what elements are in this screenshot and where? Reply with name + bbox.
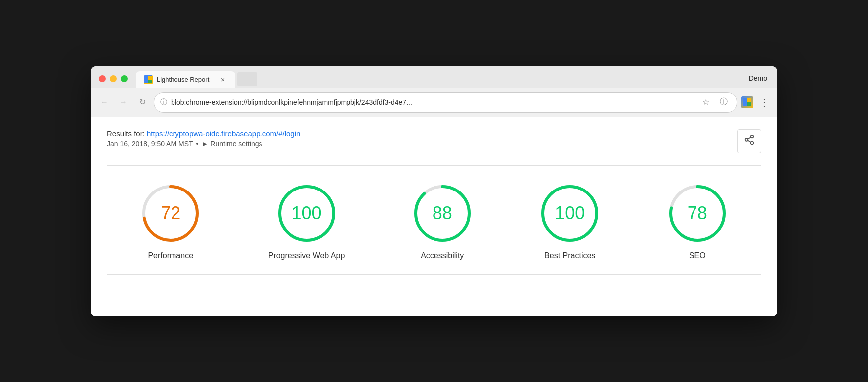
score-item-best-practices[interactable]: 100 Best Practices: [540, 184, 600, 260]
score-item-pwa[interactable]: 100 Progressive Web App: [268, 184, 345, 260]
browser-window: Lighthouse Report × Demo ← → ↻ ⓘ ☆ ⓘ: [91, 66, 777, 316]
bookmark-button[interactable]: ☆: [699, 96, 713, 109]
new-tab-area: [237, 72, 257, 86]
score-label-seo: SEO: [689, 251, 706, 260]
score-item-performance[interactable]: 72 Performance: [141, 184, 200, 260]
address-bar: ⓘ ☆ ⓘ: [154, 92, 737, 113]
back-button[interactable]: ←: [97, 95, 112, 110]
score-circle-seo: 78: [668, 184, 727, 243]
scores-section: 72 Performance 100 Progressive Web App: [107, 174, 761, 270]
svg-rect-2: [148, 80, 152, 83]
score-circle-accessibility: 88: [413, 184, 472, 243]
runtime-settings-button[interactable]: ► Runtime settings: [201, 140, 262, 148]
minimize-window-button[interactable]: [110, 75, 117, 82]
timestamp: Jan 16, 2018, 9:50 AM MST: [107, 140, 193, 148]
results-for-line: Results for: https://cryptopwa-oidc.fire…: [107, 129, 300, 138]
score-label-performance: Performance: [148, 251, 193, 260]
separator: •: [196, 140, 199, 148]
svg-rect-5: [747, 102, 751, 106]
info-circle-icon: ⓘ: [720, 97, 728, 107]
browser-menu-button[interactable]: ⋮: [757, 96, 771, 109]
svg-rect-1: [148, 76, 152, 80]
svg-rect-3: [743, 98, 747, 106]
score-label-pwa: Progressive Web App: [268, 251, 345, 260]
maximize-window-button[interactable]: [121, 75, 128, 82]
results-for-label: Results for:: [107, 129, 145, 138]
svg-line-9: [748, 140, 751, 142]
score-number-accessibility: 88: [433, 203, 452, 224]
svg-rect-0: [145, 76, 148, 83]
browser-tab[interactable]: Lighthouse Report ×: [136, 71, 235, 88]
score-number-pwa: 100: [291, 203, 321, 224]
share-icon: [744, 134, 755, 148]
play-icon: ►: [201, 140, 208, 148]
svg-line-10: [748, 137, 751, 139]
score-circle-performance: 72: [141, 184, 200, 243]
forward-button[interactable]: →: [116, 95, 131, 110]
score-item-accessibility[interactable]: 88 Accessibility: [413, 184, 472, 260]
nav-bar: ← → ↻ ⓘ ☆ ⓘ ⋮: [91, 88, 777, 117]
security-icon: ⓘ: [160, 98, 167, 107]
results-info: Results for: https://cryptopwa-oidc.fire…: [107, 129, 300, 148]
share-button[interactable]: [737, 129, 761, 153]
page-info-button[interactable]: ⓘ: [717, 96, 731, 109]
close-window-button[interactable]: [99, 75, 106, 82]
tab-title: Lighthouse Report: [157, 76, 214, 83]
score-circle-best-practices: 100: [540, 184, 600, 243]
bottom-divider: [107, 274, 761, 275]
score-number-best-practices: 100: [555, 203, 585, 224]
results-header: Results for: https://cryptopwa-oidc.fire…: [107, 129, 761, 153]
score-circle-pwa: 100: [277, 184, 337, 243]
lighthouse-extension-icon[interactable]: [741, 96, 753, 108]
score-number-performance: 72: [161, 203, 180, 224]
score-label-best-practices: Best Practices: [544, 251, 595, 260]
results-meta: Jan 16, 2018, 9:50 AM MST • ► Runtime se…: [107, 140, 300, 148]
svg-rect-4: [747, 98, 751, 102]
forward-icon: →: [119, 98, 127, 107]
score-label-accessibility: Accessibility: [421, 251, 464, 260]
back-icon: ←: [100, 98, 108, 107]
window-controls: [99, 75, 128, 88]
score-number-seo: 78: [688, 203, 707, 224]
address-input[interactable]: [171, 98, 695, 106]
tab-close-button[interactable]: ×: [218, 75, 227, 84]
title-bar: Lighthouse Report × Demo: [91, 66, 777, 88]
tab-favicon: [144, 75, 153, 84]
runtime-settings-label: Runtime settings: [210, 140, 262, 148]
results-url[interactable]: https://cryptopwa-oidc.firebaseapp.com/#…: [147, 129, 300, 138]
menu-icon: ⋮: [759, 96, 769, 108]
content-area: Results for: https://cryptopwa-oidc.fire…: [91, 117, 777, 316]
star-icon: ☆: [702, 97, 709, 107]
score-item-seo[interactable]: 78 SEO: [668, 184, 727, 260]
reload-icon: ↻: [139, 97, 146, 107]
demo-label: Demo: [749, 74, 767, 82]
top-divider: [107, 165, 761, 166]
reload-button[interactable]: ↻: [135, 95, 150, 110]
